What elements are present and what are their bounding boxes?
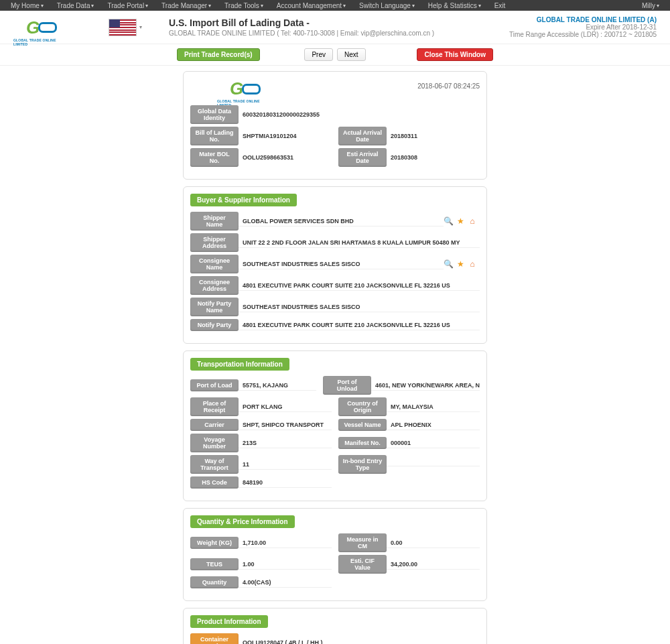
voyage-value: 213S (239, 438, 332, 448)
transport-card: Transportation Information Port of Load5… (183, 350, 487, 501)
nav-trade-data[interactable]: Trade Data▾ (52, 2, 100, 9)
record-timestamp: 2018-06-07 08:24:25 (417, 82, 480, 99)
way-label: Way of Transport (190, 455, 239, 474)
notify-name-value: SOUTHEAST INDUSTRIES SALES SISCO (239, 302, 480, 312)
manifest-value: 000001 (387, 438, 480, 448)
notify-addr-value: 4801 EXECUTIVE PARK COURT SUITE 210 JACK… (239, 320, 480, 330)
search-icon[interactable]: 🔍 (444, 259, 453, 269)
container-value: OOLU9128047 ( 4B / L / HH ) (239, 637, 480, 644)
shipper-name-value: GLOBAL POWER SERVICES SDN BHD (239, 216, 444, 227)
teus-label: TEUS (190, 558, 239, 570)
main-navbar: My Home▾Trade Data▾Trade Portal▾Trade Ma… (0, 0, 670, 11)
identity-label: Global Data Identity (190, 105, 239, 124)
search-icon[interactable]: 🔍 (444, 216, 453, 226)
close-button[interactable]: Close This Window (417, 48, 493, 61)
shipper-actions: 🔍★⌂ (444, 216, 480, 226)
shipper-addr-value: UNIT 22 2 2ND FLOOR JALAN SRI HARTAMAS 8… (239, 237, 480, 248)
consignee-addr-label: Consignee Address (190, 276, 239, 295)
nav-trade-tools[interactable]: Trade Tools▾ (219, 2, 269, 9)
nav-switch-language[interactable]: Switch Language▾ (354, 2, 420, 9)
transport-section-title: Transportation Information (190, 358, 289, 371)
ead-value: 20180308 (387, 154, 417, 161)
pou-value: 4601, NEW YORK/NEWARK AREA, N (371, 380, 480, 391)
nav-account-management[interactable]: Account Management▾ (271, 2, 351, 9)
pou-label: Port of Unload (323, 376, 371, 395)
cif-label: Esti. CIF Value (338, 555, 387, 574)
mbol-value: OOLU2598663531 (239, 154, 293, 161)
account-company: GLOBAL TRADE ONLINE LIMITED (A) (509, 16, 657, 23)
measure-value: 0.00 (387, 537, 480, 548)
notify-name-label: Notify Party Name (190, 298, 239, 316)
pol-value: 55751, KAJANG (239, 380, 316, 391)
container-label: Container Number (190, 633, 239, 644)
weight-label: Weight (KG) (190, 537, 239, 549)
account-range: Time Range Accessible (LDR) : 200712 ~ 2… (509, 31, 657, 38)
inbond-value (387, 462, 480, 466)
page-header: GGLOBAL TRADE ONLINE LIMITED ▾ U.S. Impo… (0, 11, 670, 44)
voyage-label: Voyage Number (190, 434, 239, 452)
cif-value: 34,200.00 (387, 559, 480, 570)
shipper-name-label: Shipper Name (190, 212, 239, 231)
user-menu[interactable]: Milly▾ (636, 2, 665, 9)
star-icon[interactable]: ★ (456, 259, 465, 269)
identity-value: 60032018031200000229355 (239, 111, 320, 118)
aad-label: Actual Arrival Date (338, 127, 387, 145)
way-value: 11 (239, 459, 332, 470)
print-button[interactable]: Print Trade Record(s) (177, 48, 260, 61)
quantity-value: 4.00(CAS) (239, 577, 332, 588)
shipper-addr-label: Shipper Address (190, 233, 239, 252)
carrier-label: Carrier (190, 419, 239, 431)
account-expire: Expire After 2018-12-31 (509, 23, 657, 31)
mbol-label: Mater BOL No. (190, 148, 239, 167)
aad-value: 20180311 (387, 133, 417, 139)
nav-exit[interactable]: Exit (489, 2, 511, 9)
product-card: Product Information Container NumberOOLU… (183, 608, 487, 644)
nav-my-home[interactable]: My Home▾ (5, 2, 49, 9)
carrier-value: SHPT, SHIPCO TRANSPORT (239, 420, 332, 430)
coo-label: Country of Origin (338, 397, 387, 416)
por-value: PORT KLANG (239, 401, 332, 412)
bol-value: SHPTMIA19101204 (239, 133, 297, 139)
nav-trade-portal[interactable]: Trade Portal▾ (102, 2, 153, 9)
bol-label: Bill of Lading No. (190, 127, 239, 145)
home-icon[interactable]: ⌂ (468, 259, 477, 269)
star-icon[interactable]: ★ (456, 216, 465, 226)
weight-value: 1,710.00 (239, 537, 332, 548)
ead-label: Esti Arrival Date (338, 148, 387, 167)
usa-flag-icon (109, 19, 137, 36)
next-button[interactable]: Next (337, 48, 366, 61)
vessel-value: APL PHOENIX (387, 420, 480, 430)
buyer-section-title: Buyer & Supplier Information (190, 194, 297, 206)
record-card: GGLOBAL TRADE ONLINE LIMITED 2018-06-07 … (183, 71, 487, 180)
button-bar-top: Print Trade Record(s) Prev Next Close Th… (0, 44, 670, 66)
nav-trade-manager[interactable]: Trade Manager▾ (156, 2, 216, 9)
consignee-actions: 🔍★⌂ (444, 259, 480, 269)
quantity-label: Quantity (190, 576, 239, 588)
card-logo: GGLOBAL TRADE ONLINE LIMITED (217, 78, 272, 99)
product-section-title: Product Information (190, 615, 268, 628)
coo-value: MY, MALAYSIA (387, 401, 480, 412)
buyer-card: Buyer & Supplier Information Shipper Nam… (183, 186, 487, 344)
page-subtitle: GLOBAL TRADE ONLINE LIMITED ( Tel: 400-7… (169, 29, 509, 37)
hs-label: HS Code (190, 476, 239, 489)
consignee-addr-value: 4801 EXECUTIVE PARK COURT SUITE 210 JACK… (239, 280, 480, 291)
qty-section-title: Quantity & Price Information (190, 515, 295, 528)
notify-addr-label: Notify Party (190, 319, 239, 331)
teus-value: 1.00 (239, 559, 332, 570)
hs-value: 848190 (239, 477, 332, 488)
inbond-label: In-bond Entry Type (338, 455, 387, 474)
country-flag-selector[interactable]: ▾ (109, 19, 142, 36)
pol-label: Port of Load (190, 379, 239, 391)
page-title: U.S. Import Bill of Lading Data - (169, 17, 509, 28)
measure-label: Measure in CM (338, 533, 387, 552)
vessel-label: Vessel Name (338, 419, 387, 431)
qty-card: Quantity & Price Information Weight (KG)… (183, 508, 487, 601)
prev-button[interactable]: Prev (304, 48, 333, 61)
consignee-name-label: Consignee Name (190, 255, 239, 273)
company-logo: GGLOBAL TRADE ONLINE LIMITED (13, 17, 68, 38)
por-label: Place of Receipt (190, 397, 239, 416)
consignee-name-value: SOUTHEAST INDUSTRIES SALES SISCO (239, 259, 444, 269)
home-icon[interactable]: ⌂ (468, 216, 477, 226)
manifest-label: Manifest No. (338, 437, 387, 449)
nav-help-statistics[interactable]: Help & Statistics▾ (423, 2, 486, 9)
